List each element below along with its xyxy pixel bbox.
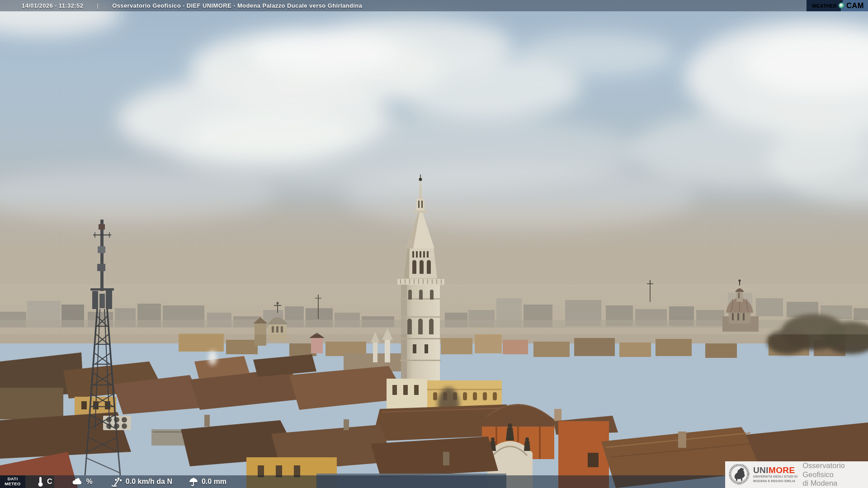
weathercam-cam-text: CAM — [846, 1, 864, 10]
wordmark-uni: UNI — [753, 465, 769, 475]
dati-meteo-label: DATI METEO — [0, 475, 25, 488]
university-name-line1: UNIVERSITÀ DEGLI STUDI DI — [753, 475, 797, 479]
camera-title: Osservatorio Geofisico - DIEF UNIMORE - … — [112, 2, 362, 9]
university-name-line2: MODENA E REGGIO EMILIA — [753, 479, 797, 483]
wind-reading: 0.0 km/h da N — [111, 477, 172, 487]
rain-reading: 0.0 mm — [189, 477, 226, 487]
weathercam-logo: WEATHER CAM — [807, 0, 868, 11]
globe-icon — [839, 3, 844, 9]
separator: | — [97, 2, 99, 9]
unimore-seal-icon: 1175 — [729, 464, 750, 486]
observatory-name: Osservatorio Geofisico di Modena — [802, 461, 868, 488]
humidity-cloud-icon — [71, 478, 83, 486]
umbrella-icon — [189, 477, 198, 487]
webcam-frame: 14/01/2026 - 11:32:52 | Osservatorio Geo… — [0, 0, 868, 488]
unimore-branding-box: 1175 UNIMORE UNIVERSITÀ DEGLI STUDI DI M… — [725, 461, 868, 488]
thermometer-icon — [37, 476, 44, 487]
weathercam-brand-text: WEATHER — [812, 3, 837, 9]
wordmark-more: MORE — [769, 465, 795, 475]
svg-text:1175: 1175 — [737, 483, 741, 485]
temperature-reading: C — [37, 476, 52, 487]
anemometer-icon — [111, 477, 123, 487]
unimore-wordmark: UNIMORE UNIVERSITÀ DEGLI STUDI DI MODENA… — [753, 466, 797, 483]
atmosphere-wash — [0, 285, 868, 334]
timestamp: 14/01/2026 - 11:32:52 — [22, 2, 83, 9]
overlay-top-bar: 14/01/2026 - 11:32:52 | Osservatorio Geo… — [0, 0, 868, 11]
humidity-reading: % — [71, 478, 93, 486]
webcam-photo — [0, 0, 868, 488]
